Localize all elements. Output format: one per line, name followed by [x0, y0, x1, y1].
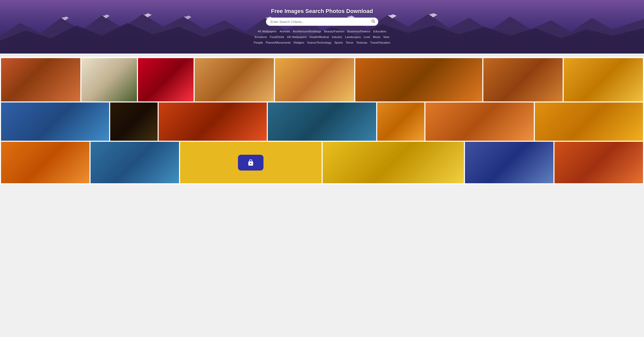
nav-love[interactable]: Love [364, 35, 370, 38]
photo-image [159, 102, 267, 141]
photo-image [180, 142, 322, 183]
photo-image [377, 102, 425, 141]
photo-image [483, 58, 563, 101]
photo-cell[interactable] [180, 142, 322, 183]
photo-row-1 [1, 58, 643, 101]
photo-cell[interactable] [425, 102, 534, 141]
nav-4k-wallpapers[interactable]: 4K Wallpapers [258, 30, 276, 33]
nav-emotions[interactable]: Emotions [255, 35, 267, 38]
svg-line-11 [374, 22, 375, 23]
nav-religion[interactable]: Religion [294, 41, 304, 44]
photo-image [138, 58, 194, 101]
photo-cell[interactable] [91, 142, 179, 183]
nav-hd-wallpapers[interactable]: HD Wallpapers [287, 35, 307, 38]
nav-sports[interactable]: Sports [334, 41, 343, 44]
photo-cell[interactable] [81, 58, 137, 101]
nav-health[interactable]: Health/Medical [309, 35, 329, 38]
photo-image [323, 142, 464, 183]
photo-image [110, 102, 158, 141]
hero-divider [0, 55, 644, 56]
photo-image [81, 58, 137, 101]
photo-cell[interactable] [535, 102, 643, 141]
photo-image [1, 142, 90, 183]
photo-cell[interactable] [138, 58, 194, 101]
hero-content: Free Images Search Photos Download 4K Wa… [0, 8, 644, 46]
nav-landscapes[interactable]: Landscapes [345, 35, 361, 38]
hero-section: Free Images Search Photos Download 4K Wa… [0, 0, 644, 54]
photo-image [1, 58, 80, 101]
photo-grid [0, 57, 644, 184]
photo-cell[interactable] [377, 102, 425, 141]
photo-row-2 [1, 102, 643, 141]
photo-cell[interactable] [465, 142, 553, 183]
nav-people[interactable]: People [254, 41, 263, 44]
search-bar [266, 18, 378, 26]
nav-beauty[interactable]: Beauty/Fashion [324, 30, 344, 33]
nav-industry[interactable]: Industry [332, 35, 342, 38]
nav-business[interactable]: Business/Finance [347, 30, 371, 33]
photo-image [268, 102, 376, 141]
photo-image [355, 58, 482, 101]
nav-architecture[interactable]: Architecture/Buildings [293, 30, 321, 33]
hero-title: Free Images Search Photos Download [271, 8, 373, 15]
photo-cell[interactable] [1, 102, 109, 141]
photo-cell[interactable] [554, 142, 643, 183]
nav-new[interactable]: New [383, 35, 389, 38]
photo-cell[interactable] [275, 58, 354, 101]
photo-cell[interactable] [1, 142, 90, 183]
photo-image [1, 102, 109, 141]
nav-terror[interactable]: Terror [346, 41, 353, 44]
photo-image [195, 58, 274, 101]
photo-image [554, 142, 643, 183]
photo-cell[interactable] [110, 102, 158, 141]
nav-travel[interactable]: Travel/Vacation [370, 41, 390, 44]
photo-cell[interactable] [355, 58, 482, 101]
photo-cell[interactable] [323, 142, 464, 183]
nav-music[interactable]: Music [373, 35, 381, 38]
photo-image [535, 102, 643, 141]
photo-cell[interactable] [564, 58, 643, 101]
photo-image [465, 142, 553, 183]
photo-cell[interactable] [483, 58, 563, 101]
photo-image [425, 102, 534, 141]
nav-places[interactable]: Places/Monuments [266, 41, 291, 44]
photo-cell[interactable] [1, 58, 80, 101]
category-nav: 4K Wallpapers Animals Architecture/Build… [253, 29, 391, 46]
nav-texturas[interactable]: Texturas [356, 41, 367, 44]
photo-image [564, 58, 643, 101]
nav-science[interactable]: Sciece/Technology [307, 41, 332, 44]
photo-cell[interactable] [268, 102, 376, 141]
photo-cell[interactable] [159, 102, 267, 141]
nav-animals[interactable]: Animals [280, 30, 290, 33]
photo-cell[interactable] [195, 58, 274, 101]
search-input[interactable] [271, 20, 371, 24]
photo-row-3 [1, 142, 643, 183]
svg-point-10 [372, 20, 374, 22]
photo-image [275, 58, 354, 101]
nav-food[interactable]: Food/Drink [270, 35, 284, 38]
photo-image [91, 142, 179, 183]
search-button[interactable] [371, 19, 375, 24]
nav-education[interactable]: Education [373, 30, 386, 33]
